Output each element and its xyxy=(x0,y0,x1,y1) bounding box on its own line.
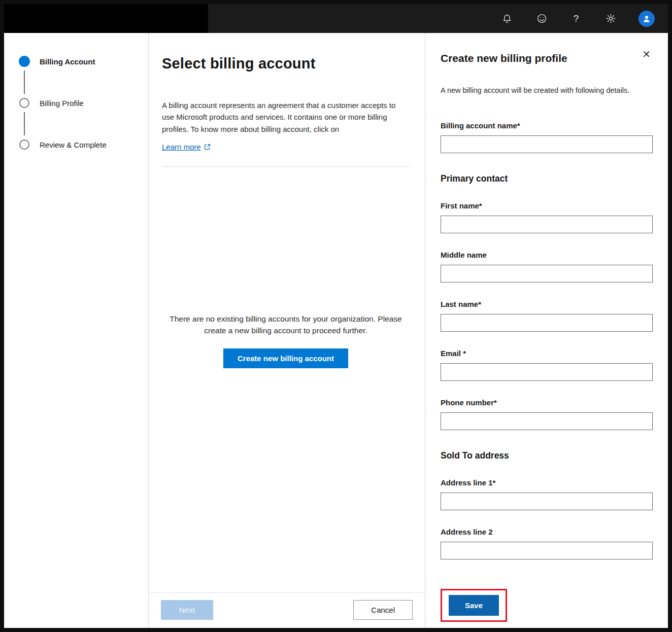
avatar[interactable] xyxy=(639,11,655,27)
empty-state-message: There are no existing billing accounts f… xyxy=(162,313,410,337)
step-label: Review & Complete xyxy=(40,141,107,149)
panel-description: A new billing account will be created wi… xyxy=(441,85,653,96)
primary-contact-section-title: Primary contact xyxy=(441,173,653,184)
address-line-1-input[interactable] xyxy=(441,493,653,510)
step-circle-active xyxy=(18,55,30,67)
step-connector xyxy=(24,71,25,94)
address-line-2-label: Address line 2 xyxy=(441,526,653,538)
main-column: Select billing account A billing account… xyxy=(149,33,425,628)
wizard-step-billing-profile[interactable]: Billing Profile xyxy=(18,97,143,109)
annotation-highlight-red-box: Save xyxy=(441,589,507,622)
cancel-button[interactable]: Cancel xyxy=(353,600,413,620)
panel-title: Create new billing profile xyxy=(441,52,567,64)
bell-icon[interactable] xyxy=(500,12,514,25)
redacted-branding-block xyxy=(4,4,208,33)
person-icon xyxy=(642,14,651,23)
smiley-feedback-icon[interactable] xyxy=(535,12,548,25)
step-circle xyxy=(18,97,30,109)
last-name-input[interactable] xyxy=(441,314,653,332)
learn-more-row: Learn more xyxy=(162,143,410,151)
wizard-steps: Billing Account Billing Profile Review &… xyxy=(4,33,148,628)
external-link-icon xyxy=(204,144,211,150)
next-button[interactable]: Next xyxy=(161,600,213,620)
main-body: Select billing account A billing account… xyxy=(149,33,425,592)
save-button[interactable]: Save xyxy=(449,595,499,616)
close-icon[interactable]: ✕ xyxy=(640,48,653,60)
panel-header: Create new billing profile ✕ xyxy=(441,48,653,73)
phone-number-label: Phone number* xyxy=(441,397,653,408)
email-label: Email * xyxy=(441,348,653,359)
email-input[interactable] xyxy=(441,363,653,381)
first-name-input[interactable] xyxy=(441,216,653,233)
content-area: Billing Account Billing Profile Review &… xyxy=(4,33,668,628)
wizard-step-review-complete[interactable]: Review & Complete xyxy=(18,138,143,151)
page-title: Select billing account xyxy=(162,55,410,72)
create-billing-profile-panel: Create new billing profile ✕ A new billi… xyxy=(425,33,668,628)
step-circle xyxy=(18,138,30,151)
top-bar: ? xyxy=(4,4,668,33)
billing-account-name-input[interactable] xyxy=(441,135,653,153)
panel-footer: Save xyxy=(441,581,653,622)
create-new-billing-account-button[interactable]: Create new billing account xyxy=(223,348,348,368)
step-label: Billing Account xyxy=(40,57,95,66)
sold-to-address-section-title: Sold To address xyxy=(441,450,653,461)
wizard-footer: Next Cancel xyxy=(149,592,425,628)
address-line-1-label: Address line 1* xyxy=(441,477,653,488)
phone-number-input[interactable] xyxy=(441,412,653,430)
gear-icon[interactable] xyxy=(604,12,617,25)
help-glyph: ? xyxy=(574,13,579,24)
help-icon[interactable]: ? xyxy=(569,12,583,25)
app-window: ? Billing Account xyxy=(0,0,672,632)
first-name-label: First name* xyxy=(441,200,653,212)
billing-account-name-label: Billing account name* xyxy=(441,120,653,131)
wizard-step-billing-account[interactable]: Billing Account xyxy=(18,55,143,67)
top-bar-actions: ? xyxy=(500,11,668,27)
step-connector xyxy=(24,112,25,135)
section-divider xyxy=(162,166,410,167)
middle-name-label: Middle name xyxy=(441,250,653,261)
billing-account-description: A billing account represents an agreemen… xyxy=(162,99,410,135)
address-line-2-input[interactable] xyxy=(441,542,653,559)
last-name-label: Last name* xyxy=(441,299,653,310)
step-label: Billing Profile xyxy=(40,99,84,108)
middle-name-input[interactable] xyxy=(441,265,653,283)
learn-more-link[interactable]: Learn more xyxy=(162,143,201,151)
